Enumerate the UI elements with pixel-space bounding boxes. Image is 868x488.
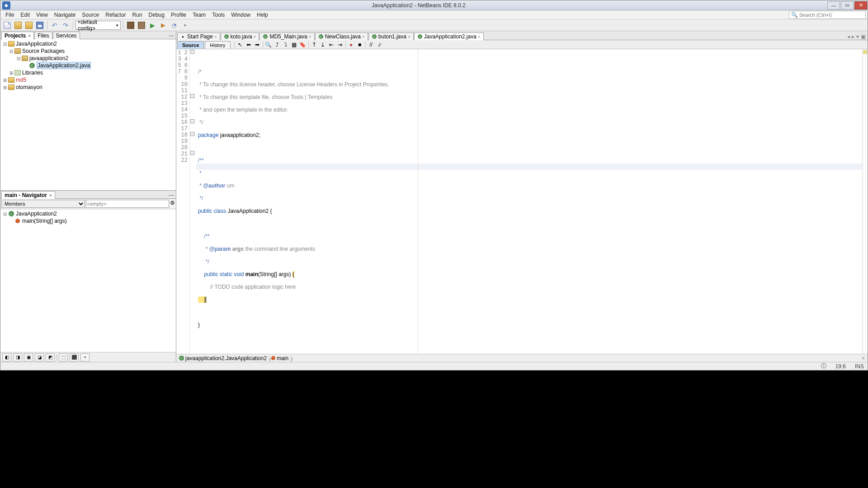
back-button[interactable]: ⬅ (245, 41, 253, 48)
tab-start-page[interactable]: ▸Start Page× (177, 33, 220, 40)
redo-button[interactable]: ↷ (61, 20, 71, 30)
navigator-tree[interactable]: ⊟CJavaApplication2 main(String[] args) (0, 209, 176, 352)
subtab-history[interactable]: History (205, 41, 230, 49)
menu-navigate[interactable]: Navigate (51, 11, 79, 19)
source-packages-node[interactable]: Source Packages (22, 48, 65, 54)
toggle-highlight-button[interactable]: ▦ (290, 41, 298, 48)
close-icon[interactable]: × (309, 34, 311, 39)
nav-filter-1[interactable]: ◧ (2, 353, 11, 361)
menu-team[interactable]: Team (189, 11, 209, 19)
code-area[interactable]: /* * To change this license header, choo… (196, 49, 862, 354)
expand-icon[interactable]: ⊞ (9, 70, 14, 75)
menu-edit[interactable]: Edit (17, 11, 33, 19)
close-icon[interactable]: × (214, 34, 217, 39)
menu-debug[interactable]: Debug (146, 11, 168, 19)
quick-search[interactable]: 🔍 (789, 11, 866, 19)
navigator-filter-input[interactable] (86, 200, 170, 208)
close-icon[interactable]: × (362, 34, 365, 39)
shift-right-button[interactable]: ⇥ (336, 41, 344, 48)
subtab-source[interactable]: Source (177, 41, 204, 49)
search-input[interactable] (799, 12, 863, 18)
close-button[interactable]: ✕ (854, 1, 867, 9)
close-icon[interactable]: × (28, 33, 31, 38)
tab-navigator[interactable]: main - Navigator× (1, 191, 55, 199)
tab-javaapplication2[interactable]: CJavaApplication2.java× (414, 33, 484, 40)
minimize-panel-icon[interactable]: — (169, 33, 174, 39)
minimize-button[interactable]: — (827, 1, 840, 9)
expand-icon[interactable]: ⊞ (2, 78, 8, 83)
fold-gutter[interactable]: − − − − − (190, 49, 196, 354)
toggle-bookmark-button[interactable]: 🔖 (299, 41, 307, 48)
build-button[interactable] (126, 20, 136, 30)
code-editor[interactable]: 1 2 3 4 5 6 7 8 9 10 11 12 13 14 15 16 1… (176, 49, 868, 354)
stop-macro-button[interactable]: ■ (356, 41, 364, 48)
menu-help[interactable]: Help (254, 11, 271, 19)
tab-files[interactable]: Files (34, 32, 52, 39)
menu-window[interactable]: Window (228, 11, 254, 19)
last-edit-button[interactable]: ↖ (236, 41, 244, 48)
nav-filter-5[interactable]: ◩ (46, 353, 55, 361)
new-file-button[interactable] (2, 20, 12, 30)
project-node[interactable]: JavaApplication2 (16, 41, 57, 47)
nav-filter-6[interactable]: ⬚ (59, 353, 68, 361)
warning-marker[interactable] (863, 50, 867, 54)
scroll-right-icon[interactable]: ▸ (852, 33, 854, 40)
save-all-button[interactable] (35, 20, 45, 30)
next-bookmark-button[interactable]: ⤓ (319, 41, 327, 48)
nav-filter-8[interactable]: ⚬ (80, 353, 90, 361)
navigator-method[interactable]: main(String[] args) (22, 218, 67, 224)
menu-refactor[interactable]: Refactor (102, 11, 129, 19)
tab-projects[interactable]: Projects× (1, 32, 34, 39)
project-node-otomasyon[interactable]: otomasyon (16, 84, 42, 90)
projects-tree[interactable]: ⊟JavaApplication2 ⊟Source Packages ⊟java… (0, 39, 176, 190)
maximize-editor-icon[interactable]: ▣ (861, 33, 866, 40)
close-icon[interactable]: × (408, 34, 410, 39)
navigator-class[interactable]: JavaApplication2 (16, 211, 57, 217)
expand-icon[interactable]: ⊟ (9, 49, 14, 54)
libraries-node[interactable]: Libraries (22, 70, 43, 76)
profile-dropdown[interactable]: ▾ (180, 20, 190, 30)
breadcrumb-class[interactable]: Cjavaapplication2.JavaApplication2 (178, 355, 269, 361)
find-prev-button[interactable]: ⤴ (273, 41, 281, 48)
expand-icon[interactable]: ⊟ (16, 56, 21, 61)
debug-button[interactable]: ▶ (158, 20, 168, 30)
expand-icon[interactable]: ⊟ (2, 42, 8, 47)
start-macro-button[interactable]: ● (347, 41, 355, 48)
run-button[interactable]: ▶ (147, 20, 157, 30)
close-icon[interactable]: × (254, 34, 256, 39)
menu-profile[interactable]: Profile (168, 11, 189, 19)
close-icon[interactable]: × (862, 355, 865, 361)
expand-icon[interactable]: ⊞ (2, 85, 8, 90)
prev-bookmark-button[interactable]: ⤒ (310, 41, 318, 48)
forward-button[interactable]: ➡ (253, 41, 261, 48)
error-stripe[interactable] (862, 49, 868, 354)
maximize-button[interactable]: ▭ (841, 1, 854, 9)
expand-icon[interactable]: ⊟ (2, 211, 8, 216)
menu-file[interactable]: File (2, 11, 17, 19)
tab-newclass[interactable]: CNewClass.java× (315, 33, 368, 40)
new-project-button[interactable] (13, 20, 23, 30)
clean-build-button[interactable] (137, 20, 146, 30)
open-project-button[interactable] (24, 20, 34, 30)
find-selection-button[interactable]: 🔍 (264, 41, 273, 48)
shift-left-button[interactable]: ⇤ (327, 41, 335, 48)
java-file-node[interactable]: JavaApplication2.java (37, 62, 91, 69)
notifications-icon[interactable]: ⓘ (821, 362, 826, 370)
nav-filter-2[interactable]: ◨ (13, 353, 22, 361)
minimize-panel-icon[interactable]: — (169, 192, 174, 198)
close-icon[interactable]: × (49, 193, 52, 198)
navigator-filter-button[interactable]: ⚙ (170, 200, 175, 208)
config-combo[interactable]: <default config>▾ (75, 21, 121, 30)
nav-filter-3[interactable]: ▣ (24, 353, 33, 361)
navigator-view-combo[interactable]: Members (1, 200, 85, 208)
menu-source[interactable]: Source (79, 11, 102, 19)
menu-tools[interactable]: Tools (209, 11, 228, 19)
scroll-left-icon[interactable]: ◂ (847, 33, 850, 40)
comment-button[interactable]: // (367, 41, 375, 48)
nav-filter-7[interactable]: ⬛ (70, 353, 79, 361)
tab-md5main[interactable]: CMD5_Main.java× (259, 33, 314, 40)
find-next-button[interactable]: ⤵ (282, 41, 290, 48)
nav-filter-4[interactable]: ◪ (35, 353, 44, 361)
tab-services[interactable]: Services (53, 32, 80, 39)
project-node-md5[interactable]: md5 (16, 77, 26, 83)
